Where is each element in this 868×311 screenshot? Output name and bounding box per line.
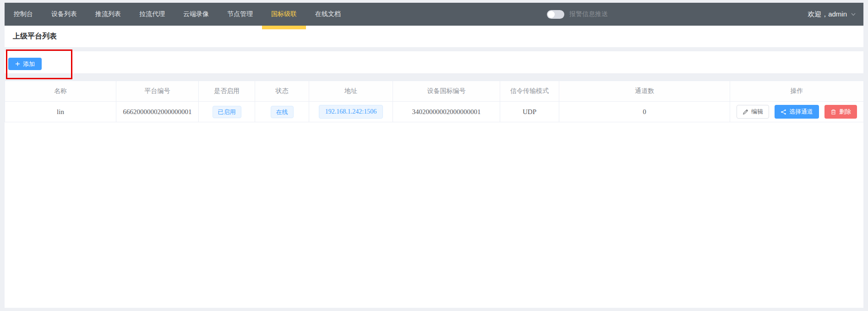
top-navbar: 控制台 设备列表 推流列表 拉流代理 云端录像 节点管理 国标级联 在线文档 报… — [5, 3, 863, 26]
delete-button[interactable]: 删除 — [824, 105, 857, 119]
cell-status: 在线 — [255, 102, 309, 122]
title-bar: 上级平台列表 — [5, 26, 863, 47]
col-header-operation: 操作 — [730, 81, 864, 102]
user-menu[interactable]: 欢迎，admin — [808, 3, 856, 26]
edit-button-label: 编辑 — [751, 108, 763, 116]
row-actions: 编辑 选择通道 — [730, 105, 863, 119]
cell-enabled: 已启用 — [199, 102, 255, 122]
col-header-device-gb-id: 设备国标编号 — [393, 81, 500, 102]
cell-name: lin — [5, 102, 116, 122]
spacer — [5, 47, 863, 51]
table-row: lin 66620000002000000001 已启用 在线 192.168.… — [5, 102, 864, 122]
spacer — [5, 73, 863, 81]
edit-button[interactable]: 编辑 — [737, 105, 769, 119]
edit-pencil-icon — [742, 109, 748, 115]
nav-tab-gb-cascade[interactable]: 国标级联 — [262, 3, 306, 26]
nav-tab-device-list[interactable]: 设备列表 — [42, 3, 86, 26]
nav-tabs: 控制台 设备列表 推流列表 拉流代理 云端录像 节点管理 国标级联 在线文档 — [5, 3, 350, 26]
nav-tab-push-list[interactable]: 推流列表 — [86, 3, 130, 26]
alarm-push-group: 报警信息推送 — [547, 3, 608, 26]
table-header-row: 名称 平台编号 是否启用 状态 地址 设备国标编号 信令传输模式 通道数 操作 — [5, 81, 864, 102]
nav-tab-cloud-record[interactable]: 云端录像 — [174, 3, 218, 26]
content-card: 名称 平台编号 是否启用 状态 地址 设备国标编号 信令传输模式 通道数 操作 … — [5, 81, 863, 308]
alarm-push-toggle[interactable] — [547, 10, 564, 19]
col-header-address: 地址 — [309, 81, 393, 102]
enabled-badge: 已启用 — [213, 106, 241, 118]
nav-tab-node-manage[interactable]: 节点管理 — [218, 3, 262, 26]
page-title: 上级平台列表 — [13, 32, 57, 41]
delete-button-label: 删除 — [839, 108, 851, 116]
nav-tab-pull-proxy[interactable]: 拉流代理 — [130, 3, 174, 26]
col-header-enabled: 是否启用 — [199, 81, 255, 102]
address-badge[interactable]: 192.168.1.242:1506 — [319, 105, 383, 119]
cell-channels: 0 — [559, 102, 730, 122]
col-header-platform-id: 平台编号 — [116, 81, 199, 102]
plus-icon — [15, 61, 20, 66]
col-header-status: 状态 — [255, 81, 309, 102]
select-channel-label: 选择通道 — [789, 108, 813, 116]
col-header-channels: 通道数 — [559, 81, 730, 102]
toggle-knob — [548, 11, 555, 18]
toolbar: 添加 — [5, 51, 863, 73]
cell-actions: 编辑 选择通道 — [730, 102, 864, 122]
cell-device-gb-id: 34020000002000000001 — [393, 102, 500, 122]
status-badge: 在线 — [271, 106, 294, 118]
nav-tab-console[interactable]: 控制台 — [5, 3, 42, 26]
chevron-down-icon — [851, 11, 856, 17]
share-icon — [781, 109, 786, 115]
platform-table: 名称 平台编号 是否启用 状态 地址 设备国标编号 信令传输模式 通道数 操作 … — [5, 81, 864, 122]
select-channel-button[interactable]: 选择通道 — [775, 105, 819, 119]
alarm-push-label: 报警信息推送 — [569, 10, 608, 18]
col-header-transport: 信令传输模式 — [500, 81, 559, 102]
page-frame: 控制台 设备列表 推流列表 拉流代理 云端录像 节点管理 国标级联 在线文档 报… — [5, 3, 863, 308]
add-button[interactable]: 添加 — [8, 58, 42, 70]
cell-transport: UDP — [500, 102, 559, 122]
cell-address: 192.168.1.242:1506 — [309, 102, 393, 122]
nav-tab-online-docs[interactable]: 在线文档 — [306, 3, 350, 26]
trash-icon — [830, 109, 836, 115]
add-button-label: 添加 — [23, 60, 35, 68]
welcome-text: 欢迎，admin — [808, 10, 847, 19]
col-header-name: 名称 — [5, 81, 116, 102]
cell-platform-id: 66620000002000000001 — [116, 102, 199, 122]
